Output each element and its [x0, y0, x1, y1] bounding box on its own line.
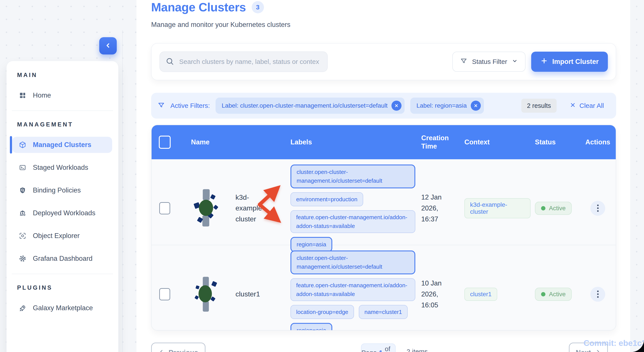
- page-subtitle: Manage and monitor your Kubernetes clust…: [151, 20, 616, 29]
- import-cluster-button[interactable]: Import Cluster: [531, 52, 608, 72]
- sidebar-section-main: MAIN: [17, 72, 118, 79]
- label-chip[interactable]: feature.open-cluster-management.io/addon…: [290, 278, 415, 301]
- cluster-name: k3d-example-cluster: [236, 192, 272, 225]
- previous-label: Previous: [168, 349, 198, 352]
- filter-chip-label: Label: region=asia: [416, 102, 467, 109]
- shield-search-icon: [19, 187, 26, 194]
- cube-icon: [19, 141, 26, 149]
- main-area: Manage Clusters 3 Manage and monitor you…: [136, 0, 630, 352]
- table-row: k3d-example-cluster cluster.open-cluster…: [152, 159, 616, 245]
- sidebar-item-label: Binding Policies: [33, 186, 81, 194]
- sidebar-item-home[interactable]: Home: [12, 87, 112, 103]
- items-count: 2 items: [406, 348, 428, 352]
- remove-filter-button[interactable]: [392, 101, 402, 111]
- chevron-left-icon: [158, 349, 164, 352]
- label-chip[interactable]: cluster.open-cluster-management.io/clust…: [290, 250, 415, 274]
- column-header-actions: Actions: [580, 138, 616, 146]
- cluster-name: cluster1: [236, 289, 272, 300]
- sidebar-item-label: Galaxy Marketplace: [33, 304, 93, 312]
- clear-all-label: Clear All: [580, 102, 604, 109]
- column-header-creation-time: Creation Time: [411, 134, 458, 151]
- sidebar-item-label: Managed Clusters: [33, 141, 91, 149]
- creation-time: 10 Jan 2026, 16:05: [411, 245, 458, 331]
- label-chip[interactable]: name=cluster1: [359, 305, 408, 319]
- toolbar: Status Filter Import Cluster: [151, 43, 616, 80]
- previous-page-button[interactable]: Previous: [151, 343, 206, 352]
- page-indicator: Page 1 of 1: [361, 344, 396, 352]
- status-label: Active: [549, 291, 566, 298]
- status-dot-icon: [541, 206, 546, 210]
- home-grid-icon: [19, 92, 26, 99]
- context-chip[interactable]: cluster1: [464, 288, 497, 301]
- cluster-count-badge: 3: [252, 1, 264, 13]
- table-row: cluster1 cluster.open-cluster-management…: [152, 245, 616, 330]
- funnel-icon: [158, 102, 165, 110]
- current-page: 1: [379, 349, 383, 352]
- cluster-logo-icon: [191, 273, 221, 315]
- clusters-table: Name Labels Creation Time Context Status…: [151, 125, 616, 331]
- label-chip[interactable]: location-group=edge: [290, 305, 354, 319]
- sidebar-item-label: Object Explorer: [33, 232, 80, 240]
- filter-chip-label: Label: cluster.open-cluster-management.i…: [222, 102, 388, 109]
- results-count-badge: 2 results: [521, 99, 557, 113]
- search-icon: [166, 57, 174, 66]
- sidebar-divider: [12, 274, 113, 274]
- column-header-status: Status: [530, 138, 580, 146]
- label-chip[interactable]: region=asia: [290, 323, 332, 331]
- search-box[interactable]: [160, 51, 328, 72]
- next-label: Next: [576, 349, 591, 352]
- label-chip[interactable]: environment=production: [290, 192, 363, 206]
- sidebar-section-plugins: PLUGINS: [17, 284, 118, 291]
- cluster-logo-icon: [191, 187, 221, 229]
- column-header-name: Name: [178, 138, 283, 146]
- row-actions-button[interactable]: [590, 287, 605, 302]
- search-input[interactable]: [179, 58, 320, 66]
- sidebar-item-binding-policies[interactable]: Binding Policies: [12, 182, 112, 198]
- remove-filter-button[interactable]: [471, 101, 481, 111]
- sidebar-item-label: Home: [33, 91, 51, 99]
- terminal-icon: [19, 164, 26, 171]
- page-title: Manage Clusters: [151, 0, 246, 14]
- sidebar: MAIN Home MANAGEMENT Managed Clusters St…: [6, 61, 118, 352]
- status-filter-button[interactable]: Status Filter: [452, 52, 526, 72]
- row-checkbox[interactable]: [159, 202, 170, 214]
- status-badge: Active: [535, 288, 572, 301]
- sidebar-item-label: Staged Workloads: [33, 164, 88, 172]
- rocket-icon: [19, 304, 26, 312]
- sidebar-item-grafana-dashboard[interactable]: Grafana Dashboard: [12, 250, 112, 267]
- label-chip[interactable]: cluster.open-cluster-management.io/clust…: [290, 165, 415, 188]
- table-header-row: Name Labels Creation Time Context Status…: [152, 125, 616, 159]
- creation-time: 12 Jan 2026, 16:37: [411, 159, 458, 257]
- status-label: Active: [549, 205, 566, 212]
- import-cluster-label: Import Cluster: [552, 58, 599, 66]
- sidebar-item-galaxy-marketplace[interactable]: Galaxy Marketplace: [12, 300, 112, 316]
- row-actions-button[interactable]: [590, 201, 605, 216]
- status-filter-label: Status Filter: [472, 58, 507, 65]
- page-header: Manage Clusters 3: [151, 0, 616, 14]
- sidebar-item-deployed-workloads[interactable]: Deployed Workloads: [12, 205, 112, 221]
- sidebar-collapse-button[interactable]: [99, 37, 117, 54]
- label-chip[interactable]: feature.open-cluster-management.io/addon…: [290, 210, 415, 233]
- sidebar-item-object-explorer[interactable]: Object Explorer: [12, 228, 112, 244]
- filter-chip: Label: region=asia: [410, 98, 484, 114]
- sidebar-divider: [12, 111, 113, 111]
- x-icon: [570, 102, 576, 110]
- clear-all-filters-button[interactable]: Clear All: [570, 102, 604, 110]
- active-filters-bar: Active Filters: Label: cluster.open-clus…: [151, 93, 616, 119]
- select-all-checkbox[interactable]: [159, 136, 171, 149]
- commit-watermark: Commit: ebe1c30: [584, 339, 644, 348]
- column-header-labels: Labels: [283, 138, 411, 146]
- sidebar-item-label: Deployed Workloads: [33, 209, 95, 217]
- bank-check-icon: [19, 209, 26, 217]
- chevron-down-icon: [512, 58, 518, 65]
- column-header-context: Context: [458, 138, 530, 146]
- sidebar-item-managed-clusters[interactable]: Managed Clusters: [12, 137, 112, 153]
- context-chip[interactable]: k3d-example-cluster: [464, 198, 530, 218]
- sidebar-item-staged-workloads[interactable]: Staged Workloads: [12, 160, 112, 176]
- sidebar-section-management: MANAGEMENT: [17, 121, 118, 128]
- funnel-icon: [460, 57, 467, 66]
- chevron-left-icon: [104, 42, 112, 50]
- pagination: Previous Page 1 of 1 2 items Next: [151, 343, 616, 352]
- chevron-right-icon: [595, 349, 601, 352]
- row-checkbox[interactable]: [159, 288, 170, 300]
